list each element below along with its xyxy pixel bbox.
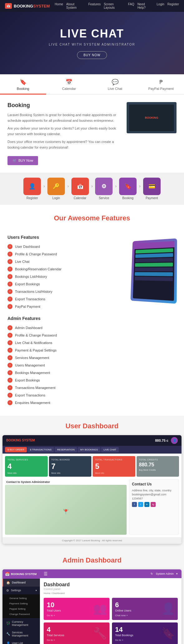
features-section: Our Awesome Features Users Features + Us… [0, 205, 184, 416]
step-calendar-label: Calendar [74, 196, 86, 200]
feature-admin-7: + Bookings Management [7, 369, 108, 376]
facebook-icon[interactable]: f [132, 502, 137, 507]
dash-tool-reservation[interactable]: RESERVATION [55, 447, 77, 452]
sidebar-item-dashboard[interactable]: 🏠 Dashboard [2, 579, 40, 587]
map-placeholder: Map 📍 [5, 485, 127, 535]
sidebar-item-currency[interactable]: 💱 Currency Management [2, 618, 40, 629]
sidebar-sub-paypal[interactable]: Paypal Setting [2, 606, 40, 612]
step-booking: 🔖 Booking [119, 178, 137, 200]
stat-label-services: TOTAL SERVICES [7, 459, 45, 461]
stat-total-booked: TOTAL BOOKED 7 More info [49, 456, 92, 477]
booking-mockup-container: BOOKING [127, 102, 177, 165]
sidebar-item-settings[interactable]: ⚙ Settings ▾ [2, 587, 40, 594]
user-dashboard-section: User Dashboard BOOKING SYSTEM 880.75 c 👤… [0, 416, 184, 550]
hero-content: LIVE CHAT LIVE CHAT WITH SYSTEM ADMINIST… [49, 27, 135, 59]
dash-toolbar: $ BUY ORDER $ TRANSACTIONS RESERVATION M… [2, 446, 182, 454]
step-arrow-1: › [43, 184, 46, 189]
sidebar-sub-password[interactable]: Change Password [2, 612, 40, 617]
map-section: Contact to System Administrator Map 📍 Co… [2, 479, 182, 537]
mock-row-6 [135, 272, 173, 276]
dash-tool-buyorder[interactable]: $ BUY ORDER [5, 447, 27, 452]
tab-paypal-label: PayPal Payment [148, 87, 174, 91]
nav-home[interactable]: Home [55, 2, 63, 9]
hero-title: LIVE CHAT [49, 27, 135, 40]
step-service: ⚙ Service [95, 178, 113, 200]
sidebar-item-users[interactable]: 👤 User List [2, 639, 40, 644]
user-dropdown-icon[interactable]: ▾ [176, 572, 178, 575]
hero-section: LIVE CHAT LIVE CHAT WITH SYSTEM ADMINIST… [0, 12, 184, 74]
brand-icon: 📅 [5, 3, 12, 9]
stat-total-credits: TOTAL CREDITS 880.75 Buy More Credits [137, 456, 179, 477]
admin-topbar: ☰ ↻ System Admin ▾ [40, 569, 182, 578]
step-payment-icon: 💳 [148, 183, 155, 190]
features-mockup [114, 233, 177, 320]
step-register-circle: 👤 [23, 178, 41, 195]
hero-subtitle: LIVE CHAT WITH SYSTEM ADMINISTRATOR [49, 43, 135, 46]
admin-logo-icon: 📅 [5, 572, 10, 576]
dash-avatar: 👤 [171, 437, 178, 444]
stat-cards: TOTAL SERVICES 4 More info TOTAL BOOKED … [2, 454, 182, 479]
settings-nav-icon: ⚙ [6, 589, 9, 592]
nav-help[interactable]: Need Help? [138, 2, 154, 9]
admin-stat-online-users: 6 Online Users Chat now + 👤 [112, 598, 178, 620]
feature-user-1: + User Dashboard [7, 243, 108, 250]
dash-tool-bookings[interactable]: MY BOOKINGS [78, 447, 100, 452]
feature-user-label-2: Profile & Change Password [15, 252, 57, 256]
linkedin-icon[interactable]: in [144, 502, 149, 507]
booking-title: Booking [7, 102, 120, 109]
booking-buy-button[interactable]: 🛒 BUY Now [7, 156, 38, 165]
step-login: 🔑 Login [47, 178, 65, 200]
cart-icon: 🛒 [12, 159, 17, 163]
mock-screen: BOOKING [129, 105, 174, 131]
feature-icon-8: + [7, 297, 12, 302]
steps-bar: 👤 Register › 🔑 Login › 📅 Calendar › ⚙ Se… [0, 173, 184, 205]
feature-admin-2: + Profile & Change Password [7, 332, 108, 339]
admin-content: Dashboard Control panel Home / Dashboard… [40, 578, 182, 644]
admin-page-title: Dashboard [44, 582, 178, 587]
features-title: Our Awesome Features [7, 214, 177, 222]
feature-admin-1: + Admin Dashboard [7, 324, 108, 332]
feature-admin-icon-6: + [7, 363, 12, 368]
nav-about[interactable]: About System [66, 2, 85, 9]
nav-features[interactable]: Features [88, 2, 100, 9]
step-login-label: Login [52, 196, 60, 200]
nav-faq[interactable]: FAQ [128, 2, 134, 9]
twitter-icon[interactable]: t [138, 502, 143, 507]
hero-buy-button[interactable]: BUY NOW [77, 51, 107, 59]
currency-nav-icon: 💱 [6, 622, 10, 625]
feature-icon-6: + [7, 282, 12, 287]
nav-login[interactable]: Login [157, 2, 164, 9]
nav-layouts[interactable]: Screen Layouts [104, 2, 125, 9]
step-payment-label: Payment [146, 196, 158, 200]
tab-booking[interactable]: 🔖 Booking [0, 74, 46, 95]
dash-credits: 880.75 c [155, 439, 168, 442]
sidebar-sub-payment[interactable]: Payment Setting [2, 601, 40, 606]
tab-paypal[interactable]: ₱ PayPal Payment [138, 74, 184, 95]
tab-livechat[interactable]: 💬 Live Chat [92, 74, 138, 95]
dash-tool-transactions[interactable]: $ TRANSACTIONS [27, 447, 54, 452]
stat-total-transactions: TOTAL TRANSACTIONS 5 More info [93, 456, 135, 477]
services-nav-icon: 🔧 [6, 632, 10, 636]
step-register-label: Register [27, 196, 38, 200]
mock-booking-text: BOOKING [145, 116, 158, 119]
feature-admin-label-3: Live Chat & Notifications [15, 341, 52, 345]
tab-calendar[interactable]: 📅 Calendar [46, 74, 92, 95]
admin-page-subtitle: Control panel [44, 587, 178, 591]
refresh-icon[interactable]: ↻ [151, 572, 153, 575]
stat-label-booked: TOTAL BOOKED [51, 459, 89, 461]
feature-user-3: + Live Chat [7, 258, 108, 265]
instagram-icon[interactable]: ig [151, 502, 156, 507]
step-register: 👤 Register [23, 178, 41, 200]
nav-register[interactable]: Register [167, 2, 179, 9]
dash-tool-livechat[interactable]: LIVE CHAT [101, 447, 119, 452]
hamburger-icon[interactable]: ☰ [44, 571, 48, 576]
feature-user-label-5: Bookings List/History [15, 275, 47, 278]
features-mockup-container [114, 230, 177, 406]
admin-stat-bg-bookings: 🔖 [161, 627, 175, 640]
paypal-tab-icon: ₱ [141, 79, 182, 86]
step-arrow-3: › [91, 184, 94, 189]
feature-admin-8: + Export Bookings [7, 376, 108, 384]
feature-user-4: + Booking/Reservation Calendar [7, 265, 108, 273]
sidebar-sub-general[interactable]: General Setting [2, 596, 40, 601]
sidebar-item-services[interactable]: 🔧 Services Management [2, 629, 40, 639]
